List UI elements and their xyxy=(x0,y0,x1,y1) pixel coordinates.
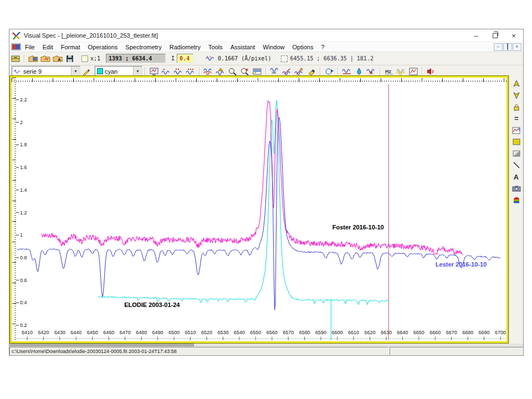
toolbar-separator xyxy=(380,67,381,76)
save-button[interactable] xyxy=(64,54,75,64)
profile-list-button[interactable] xyxy=(10,54,21,64)
dispersion-value: 0.1667 (Å/pixel) xyxy=(218,55,271,62)
restore-button[interactable] xyxy=(485,30,504,41)
svg-text:6630: 6630 xyxy=(381,330,392,335)
text-tool-button[interactable]: A xyxy=(511,171,522,182)
minimize-button[interactable]: – xyxy=(467,30,485,41)
selection-range-value: 6455.15 ; 6636.35 | 181.2 xyxy=(290,55,374,62)
replay-button[interactable] xyxy=(324,66,335,76)
menu-item-assistant[interactable]: Assistant xyxy=(227,43,259,51)
line-tool-button[interactable] xyxy=(511,160,522,170)
baseline-button[interactable] xyxy=(341,66,352,76)
display-settings-button[interactable] xyxy=(149,66,160,76)
svg-text:Hz: Hz xyxy=(385,69,391,74)
camera-button[interactable] xyxy=(511,183,522,193)
svg-text:1.4: 1.4 xyxy=(20,187,27,193)
cursor-position-field[interactable]: 1393 ; 6634.4 xyxy=(106,54,166,63)
gradient-button[interactable] xyxy=(511,148,522,158)
svg-text:6680: 6680 xyxy=(462,330,473,335)
svg-text:e: e xyxy=(518,127,520,131)
svg-text:1.6: 1.6 xyxy=(20,165,27,170)
menu-bar: FileEditFormatOperationsSpectrometryRadi… xyxy=(9,42,523,52)
reference-spectrum-button[interactable]: e xyxy=(511,125,522,135)
menu-item-operations[interactable]: Operations xyxy=(84,43,122,51)
status-file-path: c:\Users\Home\Downloads\elodie-20030124-… xyxy=(9,347,388,355)
menu-item-tools[interactable]: Tools xyxy=(204,43,227,51)
svg-text:=: = xyxy=(514,114,519,122)
status-bar: c:\Users\Home\Downloads\elodie-20030124-… xyxy=(9,347,523,355)
unzoom-button[interactable]: × xyxy=(239,66,250,76)
menu-item-help[interactable]: ? xyxy=(317,43,328,51)
align-button[interactable] xyxy=(215,66,226,76)
profile-1-button[interactable] xyxy=(161,66,172,76)
horizontal-scrollbar-thumb[interactable] xyxy=(10,344,194,346)
menu-item-radiometry[interactable]: Radiometry xyxy=(166,43,204,51)
menu-items: FileEditFormatOperationsSpectrometryRadi… xyxy=(21,43,494,51)
mdi-restore-button[interactable] xyxy=(503,43,512,51)
superpose-button[interactable] xyxy=(203,66,214,76)
intensity-label: I xyxy=(171,55,175,62)
edit-hand-button[interactable] xyxy=(81,66,92,76)
crop-frame-button[interactable] xyxy=(408,66,419,76)
svg-text:6580: 6580 xyxy=(299,330,310,335)
svg-text:6650: 6650 xyxy=(413,330,424,335)
menu-item-window[interactable]: Window xyxy=(259,43,288,51)
toolbar-separator xyxy=(337,67,339,76)
plot-frame: 6410642064306440645064606470648064906500… xyxy=(9,75,509,344)
mdi-close-button[interactable]: × xyxy=(513,43,521,51)
erase-button[interactable] xyxy=(306,66,317,76)
export-image-button[interactable] xyxy=(252,66,263,76)
svg-text:6590: 6590 xyxy=(315,330,326,335)
svg-text:6440: 6440 xyxy=(70,330,81,335)
open-fits-button[interactable]: A xyxy=(52,54,63,64)
palette-button[interactable] xyxy=(511,195,522,205)
cursor-down-button[interactable] xyxy=(511,90,522,100)
x1-checkbox[interactable] xyxy=(81,55,88,62)
title-bar: Visual Spec - [_pleione_20161010_253_tle… xyxy=(9,29,523,42)
coord-mode-label: x;1 xyxy=(90,55,100,62)
cursor-up-button[interactable] xyxy=(511,78,522,89)
menu-item-spectrometry[interactable]: Spectrometry xyxy=(121,43,165,51)
audio-button[interactable] xyxy=(426,66,437,76)
svg-text:×: × xyxy=(370,70,373,76)
intensity-field[interactable]: 0.4 xyxy=(177,54,193,63)
open-image-button[interactable] xyxy=(28,54,39,64)
menu-item-format[interactable]: Format xyxy=(57,43,84,51)
svg-text:6530: 6530 xyxy=(217,330,228,335)
lock-button[interactable] xyxy=(511,101,522,112)
svg-text:A: A xyxy=(58,57,61,62)
close-button[interactable]: × xyxy=(504,30,523,41)
svg-text:6700: 6700 xyxy=(495,330,506,335)
mdi-minimize-button[interactable]: – xyxy=(494,43,503,51)
smooth-button[interactable] xyxy=(396,66,407,76)
toolbar-separator xyxy=(24,54,25,63)
toolbar-separator xyxy=(265,67,267,76)
edit-points-button[interactable] xyxy=(294,66,305,76)
svg-text:6520: 6520 xyxy=(201,330,212,335)
delete-zone-button[interactable]: × xyxy=(366,66,377,76)
svg-text:6690: 6690 xyxy=(479,330,490,335)
spectrum-chart[interactable]: 6410642064306440645064606470648064906500… xyxy=(16,82,506,341)
svg-text:6550: 6550 xyxy=(250,330,261,335)
menu-item-options[interactable]: Options xyxy=(288,43,317,51)
selection-box-icon xyxy=(281,55,288,62)
cut-button[interactable]: ✂ xyxy=(269,66,280,76)
heliocentric-button[interactable]: Hz xyxy=(383,66,395,76)
profile-3-button[interactable] xyxy=(185,66,196,76)
equals-button[interactable]: = xyxy=(511,113,522,124)
series-wave-icon xyxy=(14,68,22,75)
ruler-left xyxy=(12,78,16,341)
fill-box-button[interactable] xyxy=(511,136,522,147)
menu-item-file[interactable]: File xyxy=(21,43,39,51)
chevron-down-icon[interactable]: ▼ xyxy=(71,66,80,76)
app-logo-icon xyxy=(12,31,22,40)
menu-item-edit[interactable]: Edit xyxy=(39,43,57,51)
zoom-button[interactable] xyxy=(227,66,238,76)
restore-icon xyxy=(493,33,498,38)
water-drop-button[interactable] xyxy=(354,66,365,76)
svg-text:6610: 6610 xyxy=(348,330,359,335)
open-profile-button[interactable] xyxy=(40,54,51,64)
profile-2-button[interactable] xyxy=(173,66,184,76)
draw-line-button[interactable] xyxy=(282,66,293,76)
chevron-down-icon[interactable]: ▼ xyxy=(133,66,142,76)
